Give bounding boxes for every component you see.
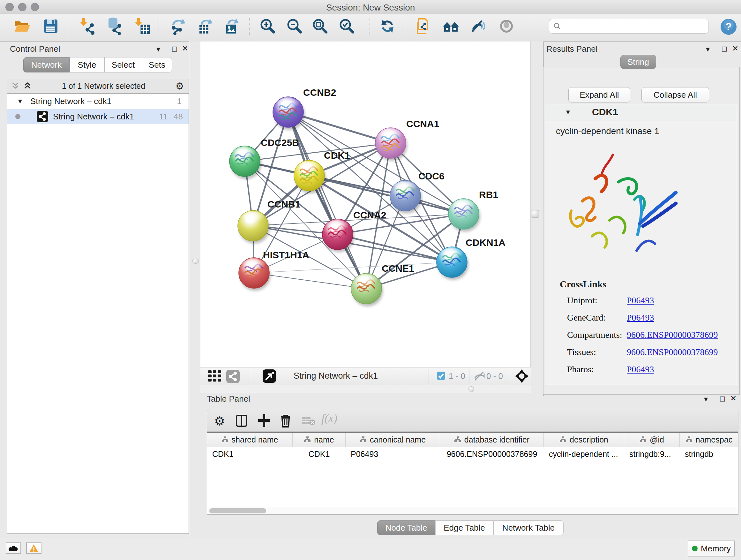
control-panel-float-icon[interactable]: ◻	[172, 44, 178, 53]
toolbar-separator	[405, 18, 405, 35]
pan-crosshair-icon[interactable]	[515, 369, 529, 383]
column-header[interactable]: name	[293, 433, 346, 447]
footer-separator	[285, 369, 285, 383]
control-panel-menu-icon[interactable]: ▾	[156, 45, 160, 54]
network-row[interactable]: String Network – cdk1 11 48	[7, 109, 189, 124]
tab-node-table[interactable]: Node Table	[377, 520, 435, 535]
refresh-network-icon[interactable]	[378, 17, 397, 36]
birds-eye-view-icon[interactable]	[262, 369, 276, 383]
tab-sets[interactable]: Sets	[142, 57, 172, 72]
column-header[interactable]: canonical name	[346, 433, 440, 447]
scrollbar-thumb[interactable]	[209, 508, 266, 513]
import-network-file-icon[interactable]	[78, 17, 96, 36]
cell-canonical-name[interactable]: P06493	[346, 447, 440, 461]
left-splitter-grip[interactable]	[192, 259, 199, 264]
network-options-gear-icon[interactable]: ⚙	[176, 80, 184, 91]
save-session-icon[interactable]	[42, 17, 60, 36]
network-view-toolbar: String Network – cdk1 1 - 0 0 - 0	[200, 367, 531, 385]
cell-id[interactable]: stringdb:9...	[624, 447, 680, 461]
import-network-database-icon[interactable]	[105, 17, 123, 36]
right-splitter-grip[interactable]	[531, 210, 539, 218]
cell-description[interactable]: cyclin-dependent ...	[544, 447, 624, 461]
column-header[interactable]: shared name	[207, 433, 293, 447]
string-network-icon	[37, 111, 49, 123]
right-splitter[interactable]	[531, 42, 543, 393]
column-header[interactable]: database identifier	[440, 433, 544, 447]
crosslink-pharos-link[interactable]: P06493	[627, 364, 654, 374]
export-table-icon[interactable]	[196, 17, 215, 36]
network-status-dot-icon	[15, 114, 20, 119]
svg-text:HIST1H1A: HIST1H1A	[263, 250, 309, 260]
cdk1-expander-icon[interactable]: ▼	[565, 109, 571, 116]
network-collection-row[interactable]: ▼ String Network – cdk1 1	[7, 94, 189, 109]
hidden-eye-icon[interactable]	[473, 370, 486, 382]
tab-string[interactable]: String	[620, 55, 656, 69]
table-panel-menu-icon[interactable]: ▾	[704, 395, 708, 403]
open-folder-icon[interactable]	[13, 17, 31, 36]
table-horizontal-scrollbar[interactable]	[207, 507, 737, 514]
cloud-button[interactable]	[6, 543, 21, 554]
results-panel-menu-icon[interactable]: ▾	[706, 45, 710, 54]
column-header[interactable]: description	[544, 433, 624, 447]
tab-network-table[interactable]: Network Table	[493, 520, 563, 535]
table-row[interactable]: CDK1 CDK1 P06493 9606.ENSP00000378699 cy…	[207, 447, 738, 461]
add-column-icon[interactable]	[258, 414, 270, 428]
horizontal-splitter[interactable]	[200, 385, 531, 393]
function-builder-icon[interactable]: f(x)	[321, 412, 337, 425]
delete-table-icon-disabled[interactable]	[301, 416, 316, 426]
export-network-icon[interactable]	[169, 17, 188, 36]
warning-button[interactable]	[26, 543, 42, 554]
tab-edge-table[interactable]: Edge Table	[435, 520, 493, 535]
results-panel-float-icon[interactable]: ◻	[721, 44, 728, 53]
import-table-file-icon[interactable]	[133, 17, 151, 36]
column-header[interactable]: @id	[624, 433, 680, 447]
expand-all-button[interactable]: Expand All	[568, 87, 630, 103]
status-bar: Memory	[0, 538, 741, 560]
cell-database-identifier[interactable]: 9606.ENSP00000378699	[440, 447, 544, 461]
table-options-gear-icon[interactable]: ⚙	[214, 414, 225, 428]
hide-unhide-icon[interactable]	[469, 17, 488, 36]
network-icon-gray[interactable]	[226, 369, 240, 383]
show-preview-icon[interactable]	[497, 17, 516, 36]
tab-network[interactable]: Network	[23, 57, 70, 72]
selected-count: 1 - 0	[449, 371, 465, 381]
help-icon[interactable]: ?	[720, 18, 737, 36]
memory-button[interactable]: Memory	[688, 541, 735, 557]
cell-shared-name[interactable]: CDK1	[207, 447, 293, 461]
collection-expander-icon[interactable]: ▼	[17, 98, 23, 105]
crosslink-tissues-link[interactable]: 9606.ENSP00000378699	[627, 347, 718, 357]
selected-checkbox-icon[interactable]	[436, 371, 446, 380]
zoom-out-icon[interactable]	[285, 17, 304, 36]
zoom-selected-icon[interactable]	[338, 17, 356, 36]
collapse-all-icon[interactable]	[11, 82, 19, 90]
footer-separator	[428, 369, 429, 383]
collapse-all-button[interactable]: Collapse All	[642, 87, 709, 103]
cytoscape-window: Session: New Session	[0, 0, 741, 560]
zoom-in-icon[interactable]	[259, 17, 277, 36]
table-panel-close-icon[interactable]: ✕	[730, 394, 737, 403]
zoom-fit-icon[interactable]	[311, 17, 329, 36]
crosslink-genecard-link[interactable]: P06493	[627, 313, 654, 323]
tab-style[interactable]: Style	[70, 57, 105, 72]
cell-name[interactable]: CDK1	[293, 447, 346, 461]
home-networks-icon[interactable]	[442, 17, 460, 36]
crosslink-uniprot-link[interactable]: P06493	[627, 295, 654, 306]
network-canvas[interactable]: CCNB2CCNA1CDC25BCDK1CDC6RB1CCNB1CCNA2CDK…	[200, 42, 531, 367]
expand-all-icon[interactable]	[23, 82, 31, 90]
horizontal-splitter-grip[interactable]	[468, 386, 474, 392]
results-panel-close-icon[interactable]: ✕	[732, 44, 738, 53]
crosslink-compartments-link[interactable]: 9606.ENSP00000378699	[627, 330, 718, 340]
search-input[interactable]	[561, 19, 708, 33]
table-panel-float-icon[interactable]: ◻	[719, 394, 726, 403]
grid-view-icon[interactable]	[207, 370, 222, 382]
show-columns-icon[interactable]	[236, 415, 247, 427]
left-splitter[interactable]	[189, 42, 201, 538]
tab-select[interactable]: Select	[105, 57, 142, 72]
cell-namespace[interactable]: stringdb	[680, 447, 738, 461]
delete-column-icon[interactable]	[280, 414, 291, 428]
export-image-icon[interactable]	[223, 17, 242, 36]
control-panel-close-icon[interactable]: ✕	[182, 44, 188, 53]
open-session-network-icon[interactable]	[414, 17, 433, 36]
svg-text:CDKN1A: CDKN1A	[466, 237, 506, 248]
column-header[interactable]: namespac	[680, 433, 738, 447]
